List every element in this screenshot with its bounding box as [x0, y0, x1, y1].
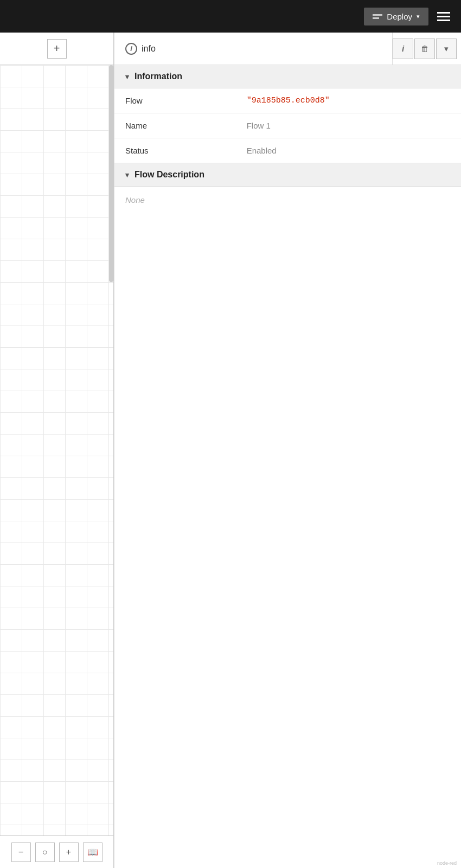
- deploy-icon-line2: [373, 17, 379, 19]
- delete-icon: 🗑: [421, 44, 429, 53]
- hamburger-line1: [437, 12, 450, 14]
- zoom-in-button[interactable]: +: [59, 843, 79, 862]
- chevron-down-icon: ▾: [417, 13, 420, 20]
- zoom-out-button[interactable]: −: [11, 843, 31, 862]
- tab-actions: i 🗑 ▾: [393, 39, 461, 59]
- information-chevron-icon: ▾: [125, 73, 129, 81]
- info-tab-label: info: [142, 44, 156, 54]
- canvas-scrollbar[interactable]: [109, 65, 113, 282]
- flow-description-chevron-icon: ▾: [125, 171, 129, 179]
- deploy-icon: [373, 14, 382, 19]
- main-layout: + − ○ + 📖 i info i 🗑: [0, 33, 461, 868]
- name-value: Flow 1: [236, 113, 461, 138]
- watermark: node-red: [437, 860, 457, 866]
- fit-button[interactable]: ○: [35, 843, 55, 862]
- tab-delete-button[interactable]: 🗑: [414, 39, 435, 59]
- name-label: Name: [114, 113, 236, 138]
- canvas-bottom-toolbar: − ○ + 📖: [0, 835, 113, 868]
- chevron-down-icon: ▾: [444, 44, 449, 54]
- info-tab[interactable]: i info: [114, 33, 393, 65]
- table-row: Name Flow 1: [114, 113, 461, 138]
- flow-id-value: "9a185b85.ecb0d8": [236, 88, 461, 113]
- canvas-toolbar: +: [0, 33, 113, 65]
- information-section-title: Information: [135, 72, 182, 81]
- flow-description-placeholder: None: [114, 187, 461, 213]
- tab-info-button[interactable]: i: [393, 39, 413, 59]
- flow-description-section-header[interactable]: ▾ Flow Description: [114, 163, 461, 187]
- info-tab-icon: i: [125, 43, 137, 55]
- status-value: Enabled: [236, 138, 461, 163]
- canvas-panel: + − ○ + 📖: [0, 33, 114, 868]
- book-button[interactable]: 📖: [83, 843, 103, 862]
- add-node-button[interactable]: +: [47, 39, 67, 59]
- deploy-label: Deploy: [387, 12, 412, 21]
- status-label: Status: [114, 138, 236, 163]
- flow-description-section-title: Flow Description: [135, 170, 204, 180]
- hamburger-line2: [437, 16, 450, 17]
- tab-menu-button[interactable]: ▾: [436, 39, 457, 59]
- flow-label: Flow: [114, 88, 236, 113]
- tab-bar: i info i 🗑 ▾: [114, 33, 461, 65]
- information-table: Flow "9a185b85.ecb0d8" Name Flow 1 Statu…: [114, 88, 461, 163]
- deploy-icon-line1: [373, 14, 382, 16]
- information-section-header[interactable]: ▾ Information: [114, 65, 461, 88]
- info-panel: i info i 🗑 ▾ ▾ Information: [114, 33, 461, 868]
- table-row: Status Enabled: [114, 138, 461, 163]
- info-icon: i: [402, 44, 404, 53]
- navbar: Deploy ▾: [0, 0, 461, 33]
- table-row: Flow "9a185b85.ecb0d8": [114, 88, 461, 113]
- grid-canvas[interactable]: [0, 65, 113, 835]
- hamburger-line3: [437, 20, 450, 21]
- deploy-button[interactable]: Deploy ▾: [364, 8, 428, 25]
- hamburger-button[interactable]: [435, 10, 452, 23]
